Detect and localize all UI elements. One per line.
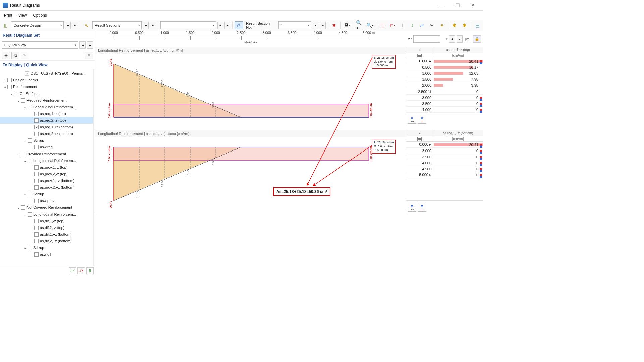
print-icon[interactable]: 🖶▾: [343, 21, 351, 29]
concrete-design-icon[interactable]: ◧: [1, 21, 10, 29]
table-row[interactable]: 0.000 ▸ 20.41: [406, 142, 483, 148]
new-set-button[interactable]: ✚: [2, 52, 10, 59]
caret-down-icon[interactable]: ⌄: [16, 99, 21, 102]
tree-asw-prov[interactable]: asw,prov: [0, 197, 93, 204]
empty-combo[interactable]: ▾: [160, 21, 216, 29]
diagram-2-plot[interactable]: 5.04 cm²/m 5.04 cm²/m 20.41 16.1712.037.…: [95, 137, 406, 214]
checkbox-icon[interactable]: [28, 192, 32, 196]
tree-leaf[interactable]: as,prov,1,+z (bottom): [0, 177, 93, 184]
checkbox-icon[interactable]: [34, 125, 39, 129]
tree-stirrup-dif[interactable]: ⌄Stirrup: [0, 244, 93, 251]
filter-max-button[interactable]: ▼max: [408, 115, 416, 124]
table-row[interactable]: 2.500 ½ 0: [406, 88, 483, 95]
caret-down-icon[interactable]: ⌄: [23, 159, 28, 163]
clear-icon[interactable]: ✖: [330, 21, 338, 29]
checkbox-icon[interactable]: [34, 172, 39, 176]
table-row[interactable]: 4.500 0: [406, 166, 483, 172]
design-prev-button[interactable]: ◂: [65, 22, 71, 29]
checkbox-icon[interactable]: [28, 246, 32, 250]
set-next-button[interactable]: ▸: [87, 41, 93, 49]
table-row[interactable]: 0.500 16.17: [406, 64, 483, 70]
zoom-out-icon[interactable]: 🔍-: [366, 21, 374, 29]
x-prev-button[interactable]: ◂: [449, 35, 455, 43]
tool-8-icon[interactable]: ✱: [450, 21, 459, 29]
caret-down-icon[interactable]: ⌄: [23, 139, 28, 142]
sections-combo[interactable]: Result Sections▾: [92, 21, 141, 29]
menu-options[interactable]: Options: [30, 12, 49, 19]
maximize-button[interactable]: ☐: [450, 1, 465, 10]
checkbox-icon[interactable]: [25, 71, 29, 76]
tree-leaf[interactable]: as,prov,2,-z (top): [0, 171, 93, 177]
tree-ds-row[interactable]: DS1 - ULS (STR/GEO) - Perma...: [0, 70, 93, 77]
zoom-in-icon[interactable]: 🔍+: [356, 21, 364, 29]
tree-leaf[interactable]: as,dif,1,+z (bottom): [0, 231, 93, 238]
display-tree[interactable]: DS1 - ULS (STR/GEO) - Perma... ›Design C…: [0, 69, 94, 266]
menu-view[interactable]: View: [16, 12, 30, 19]
caret-down-icon[interactable]: ⌄: [23, 213, 28, 216]
delete-set-button[interactable]: ✕: [85, 52, 93, 59]
tree-required[interactable]: ⌄Required Reinforcement: [0, 97, 93, 104]
table-row[interactable]: 4.000 0: [406, 107, 483, 113]
filter-point-button[interactable]: ▼•: [418, 203, 426, 212]
caret-down-icon[interactable]: ⌄: [23, 246, 28, 250]
tree-on-surfaces[interactable]: ⌄On Surfaces: [0, 90, 93, 97]
checkbox-icon[interactable]: [28, 138, 32, 143]
uncheck-all-button[interactable]: □✕: [77, 267, 85, 274]
tree-stirrup-prov[interactable]: ⌄Stirrup: [0, 191, 93, 197]
check-all-button[interactable]: ✓✓: [69, 267, 76, 274]
filter-point-button[interactable]: ▼•: [418, 115, 426, 124]
empty-prev-button[interactable]: ◂: [217, 22, 223, 29]
tree-stirrup-req[interactable]: ⌄Stirrup: [0, 137, 93, 144]
tree-asw-dif[interactable]: asw,dif: [0, 251, 93, 258]
tree-leaf[interactable]: as,req,1,+z (bottom): [0, 124, 93, 130]
table-row[interactable]: 1.500 7.98: [406, 76, 483, 82]
caret-down-icon[interactable]: ⌄: [16, 206, 21, 209]
table-row[interactable]: 3.500 0: [406, 154, 483, 160]
checkbox-icon[interactable]: [34, 199, 39, 203]
tree-reinforcement[interactable]: ⌄Reinforcement: [0, 83, 93, 90]
tree-long-reinf-prov[interactable]: ⌄Longitudinal Reinforcem...: [0, 157, 93, 164]
empty-next-button[interactable]: ▸: [224, 22, 230, 29]
tool-4-icon[interactable]: ↕: [408, 21, 416, 29]
tree-not-covered[interactable]: ⌄Not Covered Reinforcement: [0, 204, 93, 211]
x-value-combo[interactable]: [413, 35, 440, 43]
caret-down-icon[interactable]: ⌄: [9, 92, 14, 96]
tree-design-checks[interactable]: ›Design Checks: [0, 77, 93, 83]
tool-1-icon[interactable]: ⬚: [378, 21, 387, 29]
diagram-1-plot[interactable]: 5.04 cm²/m 5.04 cm²/m 20.41 16.1712.037.…: [95, 54, 406, 130]
design-type-combo[interactable]: Concrete Design▾: [11, 21, 63, 29]
checkbox-icon[interactable]: [34, 145, 39, 149]
tree-leaf[interactable]: as,dif,2,+z (bottom): [0, 238, 93, 244]
tool-9-icon[interactable]: ✱: [460, 21, 469, 29]
sections-next-button[interactable]: ▸: [150, 22, 156, 29]
checkbox-icon[interactable]: [34, 239, 39, 243]
x-next-button[interactable]: ▸: [457, 35, 463, 43]
caret-down-icon[interactable]: ⌄: [23, 192, 28, 196]
filter-max-button[interactable]: ▼max: [408, 203, 416, 212]
checkbox-icon[interactable]: [34, 219, 39, 223]
tool-10-icon[interactable]: ▤: [473, 21, 482, 29]
collapse-toggle-button[interactable]: ⇅: [86, 267, 94, 274]
minimize-button[interactable]: —: [435, 1, 449, 10]
tree-leaf[interactable]: as,prov,2,+z (bottom): [0, 184, 93, 191]
result-sections-icon[interactable]: ∿: [83, 21, 91, 29]
table-row[interactable]: 4.000 0: [406, 160, 483, 166]
tool-2-icon[interactable]: ⊓▾: [388, 21, 397, 29]
lock-button[interactable]: 🔒: [473, 35, 481, 43]
checkbox-icon[interactable]: [21, 152, 25, 156]
tree-leaf[interactable]: as,dif,1,-z (top): [0, 218, 93, 224]
sections-prev-button[interactable]: ◂: [143, 22, 149, 29]
section-mode-icon[interactable]: ⎙: [235, 21, 243, 29]
section-no-prev-button[interactable]: ◂: [313, 22, 319, 29]
tool-3-icon[interactable]: ⊥: [398, 21, 407, 29]
caret-right-icon[interactable]: ›: [3, 78, 7, 82]
table-row[interactable]: 0.000 ▸ 20.41: [406, 58, 483, 64]
checkbox-icon[interactable]: [28, 105, 32, 109]
table-row[interactable]: 3.500 0: [406, 101, 483, 107]
checkbox-icon[interactable]: [34, 112, 39, 116]
tree-asw-req[interactable]: asw,req: [0, 144, 93, 150]
set-prev-button[interactable]: ◂: [79, 41, 86, 49]
caret-down-icon[interactable]: ⌄: [3, 85, 7, 89]
tool-6-icon[interactable]: ✂: [428, 21, 436, 29]
menu-print[interactable]: Print: [1, 12, 15, 19]
